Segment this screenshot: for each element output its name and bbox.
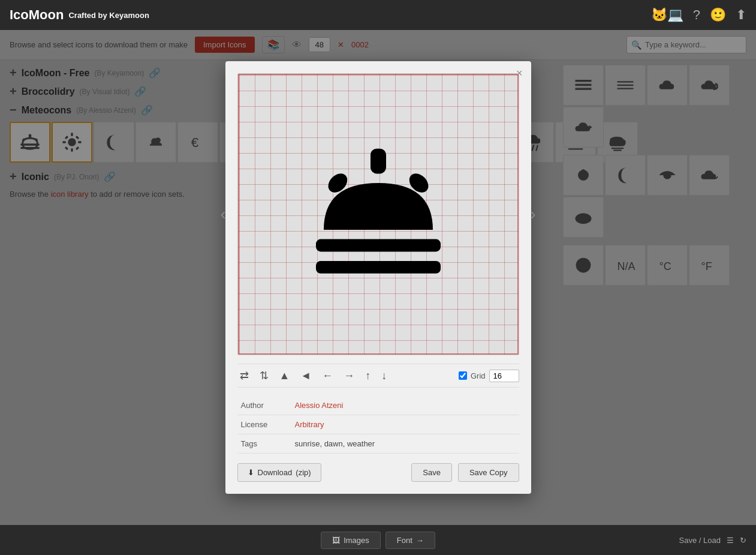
preview-container: ‹ [237,73,519,355]
modal-overlay: × ‹ [0,30,756,525]
license-row: License Arbitrary [237,415,519,434]
action-row: ⬇ Download (zip) Save Save Copy [237,463,519,482]
prev-icon-button[interactable]: ‹ [221,205,226,224]
tags-row: Tags sunrise, dawn, weather [237,434,519,454]
grid-canvas [238,74,519,355]
icon-large-preview [300,136,456,292]
rotate-ccw-button[interactable]: ▲ [277,368,293,383]
save-load-label: Save / Load [679,536,721,545]
download-icon: ⬇ [248,468,254,477]
next-icon-button[interactable]: › [530,205,535,224]
top-nav: IcoMoon Crafted by Keyamoon 🐱‍💻 ? 🙂 ⬆ [0,0,756,30]
nav-brand: IcoMoon Crafted by Keyamoon [10,7,149,23]
font-arrow-icon: → [416,536,424,545]
save-button[interactable]: Save [411,463,452,482]
images-label: Images [344,536,369,545]
flip-h-button[interactable]: ⇄ [237,368,251,383]
icon-detail-modal: × ‹ [225,61,531,494]
tags-label: Tags [237,434,291,454]
grid-label[interactable]: Grid [471,371,486,380]
license-label: License [237,415,291,434]
move-right-button[interactable]: → [341,368,357,383]
user-icon[interactable]: 🙂 [710,7,726,23]
robot-icon[interactable]: 🐱‍💻 [651,7,683,23]
grid-checkbox[interactable] [459,371,467,380]
flip-v-button[interactable]: ⇅ [257,368,271,383]
move-up-button[interactable]: ↑ [363,368,373,383]
license-value: Arbitrary [291,415,519,434]
app-title: IcoMoon [10,7,64,23]
font-label: Font [397,536,412,545]
rotate-cw-button[interactable]: ◄ [298,368,314,383]
nav-actions: 🐱‍💻 ? 🙂 ⬆ [651,7,746,23]
refresh-icon[interactable]: ↻ [740,536,746,545]
crafted-by: Crafted by Keyamoon [68,11,149,20]
bottom-right-area: Save / Load ☰ ↻ [679,536,746,545]
svg-rect-45 [371,149,386,174]
grid-value-input[interactable] [489,370,519,382]
svg-rect-48 [316,239,441,252]
main-area: Browse and select icons to download them… [0,30,756,525]
save-copy-button[interactable]: Save Copy [458,463,519,482]
move-left-button[interactable]: ← [320,368,335,383]
svg-rect-49 [316,261,441,274]
download-button[interactable]: ⬇ Download (zip) [237,463,321,482]
icon-preview-area [237,73,519,355]
help-icon[interactable]: ? [693,7,700,23]
icon-info-table: Author Alessio Atzeni License Arbitrary … [237,396,519,454]
move-down-button[interactable]: ↓ [379,368,389,383]
export-icon[interactable]: ⬆ [736,7,746,23]
grid-toggle-area: Grid [459,370,519,382]
author-row: Author Alessio Atzeni [237,396,519,415]
edit-tools-row: ⇄ ⇅ ▲ ◄ ← → ↑ ↓ Grid [237,364,519,388]
bottom-bar: 🖼 Images Font → Save / Load ☰ ↻ [0,525,756,555]
author-value: Alessio Atzeni [291,396,519,415]
save-load-icon[interactable]: ☰ [727,536,734,545]
font-button[interactable]: Font → [385,532,435,549]
tags-value: sunrise, dawn, weather [291,434,519,454]
author-label: Author [237,396,291,415]
download-sub: (zip) [296,468,311,477]
download-label: Download [258,468,293,477]
images-button[interactable]: 🖼 Images [321,532,381,549]
images-icon: 🖼 [332,536,340,545]
